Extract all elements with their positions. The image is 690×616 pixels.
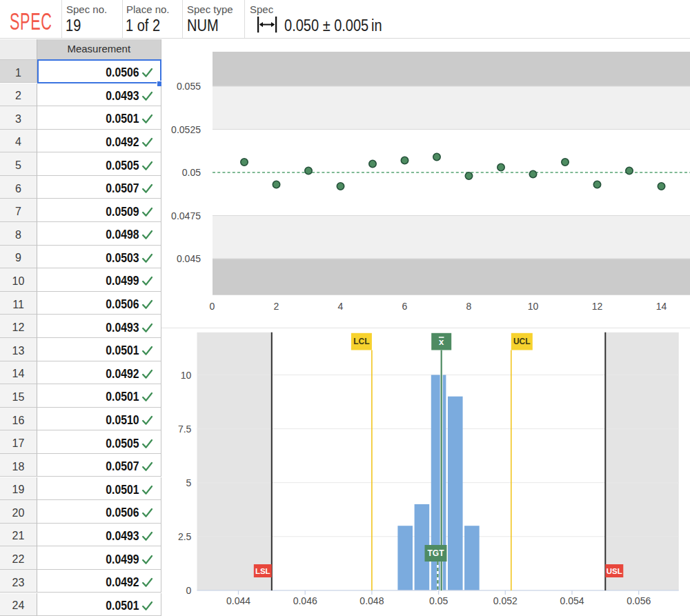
svg-text:8: 8 bbox=[466, 300, 472, 312]
svg-text:0.054: 0.054 bbox=[560, 595, 584, 606]
svg-text:0: 0 bbox=[210, 300, 215, 312]
svg-text:4: 4 bbox=[338, 300, 344, 312]
svg-text:LSL: LSL bbox=[255, 567, 270, 575]
svg-text:0.046: 0.046 bbox=[293, 595, 317, 606]
svg-text:14: 14 bbox=[656, 300, 667, 312]
svg-text:0.055: 0.055 bbox=[177, 80, 201, 92]
svg-text:UCL: UCL bbox=[513, 337, 531, 346]
svg-text:0.0475: 0.0475 bbox=[171, 210, 201, 221]
svg-text:TGT: TGT bbox=[428, 548, 445, 558]
svg-text:2: 2 bbox=[274, 300, 279, 312]
svg-text:0.05: 0.05 bbox=[429, 595, 448, 606]
svg-text:0.045: 0.045 bbox=[177, 252, 201, 264]
svg-text:10: 10 bbox=[528, 300, 539, 312]
svg-text:USL: USL bbox=[607, 567, 622, 575]
svg-text:12: 12 bbox=[592, 300, 603, 312]
svg-text:10: 10 bbox=[181, 369, 192, 381]
svg-text:2.5: 2.5 bbox=[178, 530, 192, 542]
svg-text:0: 0 bbox=[186, 584, 192, 596]
svg-text:0.0525: 0.0525 bbox=[171, 123, 201, 135]
svg-text:0.05: 0.05 bbox=[182, 166, 201, 178]
svg-text:LCL: LCL bbox=[353, 337, 369, 346]
svg-text:6: 6 bbox=[402, 300, 408, 312]
svg-text:0.056: 0.056 bbox=[627, 595, 651, 606]
svg-text:x: x bbox=[439, 337, 444, 347]
svg-text:5: 5 bbox=[186, 477, 192, 488]
svg-text:0.048: 0.048 bbox=[359, 595, 384, 606]
svg-text:7.5: 7.5 bbox=[178, 423, 192, 435]
svg-text:0.052: 0.052 bbox=[493, 595, 518, 606]
svg-text:0.044: 0.044 bbox=[226, 595, 250, 606]
